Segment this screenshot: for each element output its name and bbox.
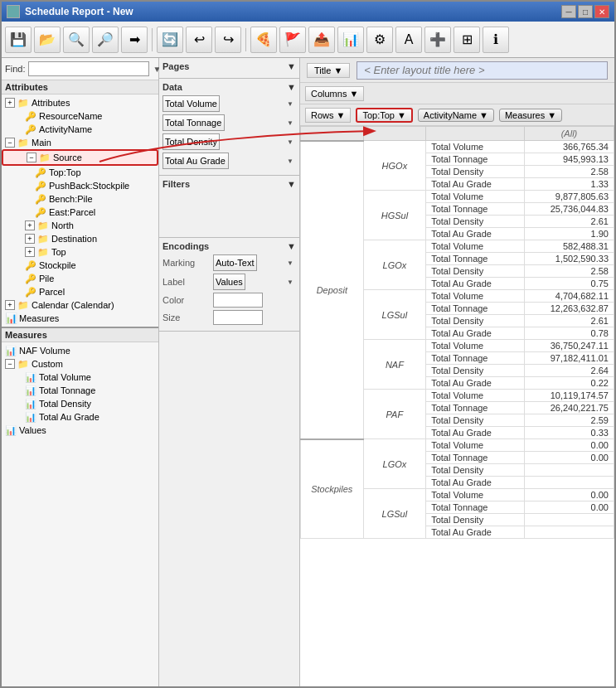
col-header-measure	[426, 127, 525, 141]
tree-item-naf-volume[interactable]: 📊 NAF Volume	[2, 344, 158, 357]
tree-item-north[interactable]: + 📁 North	[2, 219, 158, 232]
expand-icon[interactable]: +	[5, 300, 15, 310]
separator-1	[152, 28, 153, 51]
expand-icon[interactable]: −	[5, 138, 15, 148]
size-picker[interactable]	[213, 310, 263, 325]
row-dropdown[interactable]: Top:Top ▼	[356, 108, 412, 123]
close-button[interactable]: ✕	[594, 5, 609, 18]
tree-item-parcel[interactable]: 🔑 Parcel	[2, 285, 158, 298]
col-header-source	[363, 127, 426, 141]
zoom-button[interactable]: 🔎	[92, 27, 119, 53]
tree-item-source[interactable]: − 📁 Source	[2, 149, 158, 166]
title-button[interactable]: Title ▼	[307, 63, 350, 78]
activity-dropdown[interactable]: ActivityName ▼	[418, 109, 494, 122]
tree-item-toptop[interactable]: 🔑 Top:Top	[2, 166, 158, 179]
text-button[interactable]: A	[395, 27, 422, 53]
minimize-button[interactable]: ─	[561, 5, 576, 18]
find-input[interactable]	[28, 61, 149, 76]
value-cell: 0.33	[524, 427, 614, 439]
chart-icon: 📊	[25, 411, 36, 423]
tree-item-custom[interactable]: − 📁 Custom	[2, 357, 158, 371]
attributes-tree: + 📁 Attributes 🔑 ResourceName 🔑 Activity…	[2, 94, 158, 327]
export-button[interactable]: 📤	[308, 27, 335, 53]
arrow-button[interactable]: ➡	[121, 27, 148, 53]
tree-item-measures-attr[interactable]: 📊 Measures	[2, 312, 158, 325]
total-volume-dropdown[interactable]: Total Volume	[162, 95, 296, 112]
save-button[interactable]: 💾	[5, 27, 32, 53]
activity-label: ActivityName	[424, 110, 477, 120]
tree-item-values[interactable]: 📊 Values	[2, 424, 158, 437]
tree-item-resourcename[interactable]: 🔑 ResourceName	[2, 109, 158, 123]
tree-item-pile[interactable]: 🔑 Pile	[2, 272, 158, 285]
tree-item-calendar[interactable]: + 📁 Calendar (Calendar)	[2, 298, 158, 312]
redo-button[interactable]: ↪	[215, 27, 241, 53]
tree-item-label: Source	[53, 153, 82, 162]
tree-item-pushback[interactable]: 🔑 PushBack:Stockpile	[2, 179, 158, 192]
total-tonnage-select[interactable]: Total Tonnage	[162, 114, 225, 131]
expand-icon[interactable]: +	[25, 247, 35, 257]
tree-item-destination[interactable]: + 📁 Destination	[2, 232, 158, 245]
marking-select[interactable]: Auto-Text	[213, 254, 257, 271]
tree-item-total-density[interactable]: 📊 Total Density	[2, 397, 158, 410]
search-button[interactable]: 🔍	[63, 27, 90, 53]
total-volume-select[interactable]: Total Volume	[162, 95, 220, 112]
expand-icon[interactable]: +	[25, 220, 35, 230]
pages-arrow: ▼	[287, 61, 296, 71]
tree-item-top[interactable]: + 📁 Top	[2, 245, 158, 259]
tree-item-main[interactable]: − 📁 Main	[2, 136, 158, 149]
layout-button[interactable]: ⊞	[454, 27, 480, 53]
columns-button[interactable]: Columns ▼	[305, 86, 364, 101]
measure-cell: Total Au Grade	[426, 477, 525, 489]
tree-item-label: Total Tonnage	[39, 385, 95, 395]
measures-dropdown[interactable]: Measures ▼	[499, 109, 562, 122]
table-button[interactable]: 📊	[337, 27, 364, 53]
tree-item-east[interactable]: 🔑 East:Parcel	[2, 206, 158, 219]
color-picker[interactable]	[213, 293, 263, 308]
expand-icon[interactable]: −	[27, 153, 36, 162]
toolbar: 💾 📂 🔍 🔎 ➡ 🔄 ↩ ↪ 🍕 🚩 📤	[2, 22, 614, 58]
value-cell: 0.78	[524, 327, 614, 340]
settings-button[interactable]: ⚙	[366, 27, 393, 53]
total-tonnage-dropdown[interactable]: Total Tonnage	[162, 114, 296, 131]
tree-item-label: Main	[32, 138, 51, 148]
label-select[interactable]: Values	[213, 274, 245, 290]
value-cell	[524, 514, 614, 526]
tree-item-total-volume[interactable]: 📊 Total Volume	[2, 371, 158, 384]
tree-item-total-tonnage[interactable]: 📊 Total Tonnage	[2, 384, 158, 397]
rows-button[interactable]: Rows ▼	[305, 108, 351, 123]
marking-label: Marking	[162, 258, 208, 268]
info-button[interactable]: ℹ	[483, 27, 509, 53]
total-au-grade-select[interactable]: Total Au Grade	[162, 153, 229, 169]
add-button[interactable]: ➕	[424, 27, 451, 53]
total-au-grade-dropdown[interactable]: Total Au Grade	[162, 153, 296, 169]
tree-item-stockpile[interactable]: 🔑 Stockpile	[2, 259, 158, 272]
refresh-button[interactable]: 🔄	[157, 27, 183, 53]
expand-icon[interactable]: −	[5, 359, 15, 369]
filters-header: Filters ▼	[162, 179, 296, 189]
expand-icon[interactable]: +	[5, 98, 15, 108]
tree-item-bench[interactable]: 🔑 Bench:Pile	[2, 192, 158, 206]
flag-button[interactable]: 🚩	[279, 27, 306, 53]
measure-cell: Total Density	[426, 216, 525, 228]
key-icon: 🔑	[35, 167, 46, 178]
open-button[interactable]: 📂	[34, 27, 61, 53]
chart-icon: 📊	[25, 398, 36, 409]
total-density-select[interactable]: Total Density	[162, 133, 220, 150]
title-input[interactable]	[357, 61, 608, 80]
total-density-dropdown[interactable]: Total Density	[162, 133, 296, 150]
row-dropdown-arrow: ▼	[397, 110, 406, 120]
tree-item-activityname[interactable]: 🔑 ActivityName	[2, 123, 158, 136]
undo-button[interactable]: ↩	[186, 27, 212, 53]
label-dropdown[interactable]: Values	[213, 274, 296, 290]
maximize-button[interactable]: □	[578, 5, 593, 18]
marking-dropdown[interactable]: Auto-Text	[213, 254, 296, 271]
deposit-cell: LGSul	[363, 489, 426, 539]
tree-item-total-au-grade[interactable]: 📊 Total Au Grade	[2, 410, 158, 424]
undo-icon: ↩	[194, 31, 205, 47]
tree-item-attributes[interactable]: + 📁 Attributes	[2, 96, 158, 109]
expand-icon[interactable]: +	[25, 234, 35, 244]
chart-button[interactable]: 🍕	[250, 27, 277, 53]
deposit-cell: NAF	[363, 340, 426, 390]
measure-cell: Total Au Grade	[426, 327, 525, 340]
tree-item-label: Total Volume	[39, 372, 91, 382]
